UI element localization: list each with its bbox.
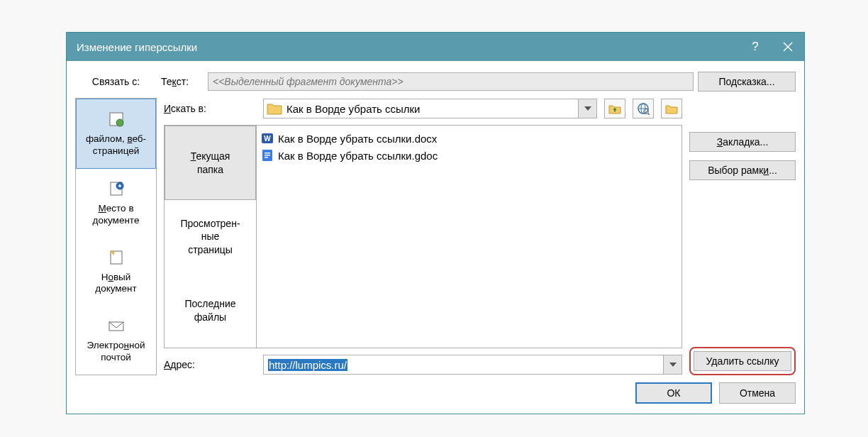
- center-column: Искать в: Как в Ворде убрать ссылки: [164, 98, 682, 375]
- screentip-button[interactable]: Подсказка...: [698, 72, 796, 92]
- tab-recent-files-label: Последниефайлы: [184, 297, 235, 323]
- tab-browsed-pages-label: Просмотрен-ныестраницы: [180, 217, 240, 256]
- file-item-docx[interactable]: W Как в Ворде убрать ссылки.docx: [261, 130, 677, 147]
- link-to-email-label: Электроннойпочтой: [87, 340, 145, 364]
- text-row: Связать с: Текст: Подсказка...: [75, 70, 796, 94]
- link-to-place[interactable]: Место вдокументе: [76, 169, 156, 238]
- address-input[interactable]: http://lumpics.ru/: [263, 355, 682, 375]
- up-folder-button[interactable]: [604, 99, 625, 118]
- look-in-value: Как в Ворде убрать ссылки: [286, 103, 421, 115]
- file-item-gdoc[interactable]: Как в Ворде убрать ссылки.gdoc: [261, 147, 677, 164]
- file-list[interactable]: W Как в Ворде убрать ссылки.docx: [256, 125, 682, 348]
- text-label: Текст:: [161, 76, 204, 87]
- svg-text:W: W: [264, 135, 271, 143]
- chevron-down-icon: [669, 363, 677, 367]
- link-to-file-web-label: файлом, веб-страницей: [86, 133, 146, 157]
- address-row: Адрес: http://lumpics.ru/: [164, 354, 682, 375]
- bookmark-icon: [107, 179, 126, 201]
- ok-button[interactable]: ОК: [635, 382, 712, 404]
- target-frame-button[interactable]: Выбор рамки...: [689, 160, 796, 180]
- titlebar-buttons: ?: [739, 33, 804, 61]
- help-button[interactable]: ?: [739, 33, 772, 61]
- right-column: Закладка... Выбор рамки... Удалить ссылк…: [689, 98, 796, 375]
- folder-up-icon: [608, 103, 621, 114]
- svg-rect-18: [265, 155, 270, 156]
- folder-icon: [267, 102, 282, 115]
- tab-recent-files[interactable]: Последниефайлы: [165, 274, 256, 348]
- address-label: Адрес:: [164, 359, 256, 370]
- browse-tabs: Текущаяпапка Просмотрен-ныестраницы Посл…: [164, 125, 256, 348]
- browse-file-button[interactable]: [661, 99, 682, 118]
- look-in-dropdown-btn[interactable]: [578, 99, 596, 118]
- link-to-panel: файлом, веб-страницей Место вдокументе: [75, 98, 157, 375]
- link-with-label: Связать с:: [75, 76, 157, 87]
- titlebar: Изменение гиперссылки ?: [67, 33, 804, 61]
- edit-hyperlink-dialog: Изменение гиперссылки ? Связать с: Текст…: [66, 32, 805, 414]
- link-to-place-label: Место вдокументе: [93, 203, 140, 227]
- file-name: Как в Ворде убрать ссылки.gdoc: [278, 150, 438, 162]
- cancel-button[interactable]: Отмена: [719, 382, 796, 404]
- svg-rect-19: [265, 157, 268, 158]
- dialog-title: Изменение гиперссылки: [77, 41, 197, 53]
- word-icon: W: [261, 132, 274, 145]
- address-dropdown-btn[interactable]: [663, 355, 681, 374]
- chevron-down-icon: [584, 106, 591, 111]
- browse-web-button[interactable]: [633, 99, 654, 118]
- look-in-row: Искать в: Как в Ворде убрать ссылки: [164, 98, 682, 119]
- remove-link-button[interactable]: Удалить ссылку: [694, 351, 791, 371]
- display-text-field[interactable]: [208, 72, 694, 91]
- web-icon: [107, 110, 126, 131]
- main-area: файлом, веб-страницей Место вдокументе: [75, 98, 796, 375]
- tab-browsed-pages[interactable]: Просмотрен-ныестраницы: [165, 200, 256, 274]
- svg-line-13: [648, 114, 650, 116]
- link-to-email[interactable]: Электроннойпочтой: [76, 306, 156, 375]
- folder-open-icon: [665, 103, 678, 114]
- link-to-file-web[interactable]: файлом, веб-страницей: [76, 99, 156, 169]
- browse-web-icon: [637, 102, 650, 115]
- new-doc-icon: [107, 248, 126, 270]
- bookmark-button[interactable]: Закладка...: [689, 132, 796, 152]
- dialog-footer: ОК Отмена: [75, 382, 796, 404]
- files-wrap: Текущаяпапка Просмотрен-ныестраницы Посл…: [164, 125, 682, 348]
- close-icon: [783, 42, 793, 52]
- link-to-new-doc-label: Новыйдокумент: [95, 272, 136, 296]
- svg-point-3: [116, 119, 123, 126]
- dialog-body: Связать с: Текст: Подсказка... файлом, в…: [67, 61, 804, 414]
- look-in-combo[interactable]: Как в Ворде убрать ссылки: [263, 99, 597, 118]
- svg-rect-17: [265, 153, 270, 154]
- file-name: Как в Ворде убрать ссылки.docx: [278, 133, 437, 145]
- remove-link-highlight: Удалить ссылку: [689, 347, 796, 375]
- tab-current-folder-label: Текущаяпапка: [191, 150, 230, 175]
- link-to-new-doc[interactable]: Новыйдокумент: [76, 238, 156, 306]
- look-in-label: Искать в:: [164, 103, 256, 114]
- email-icon: [107, 316, 126, 338]
- address-value: http://lumpics.ru/: [268, 359, 347, 371]
- close-button[interactable]: [772, 33, 804, 61]
- gdoc-icon: [261, 149, 274, 162]
- tab-current-folder[interactable]: Текущаяпапка: [165, 126, 256, 200]
